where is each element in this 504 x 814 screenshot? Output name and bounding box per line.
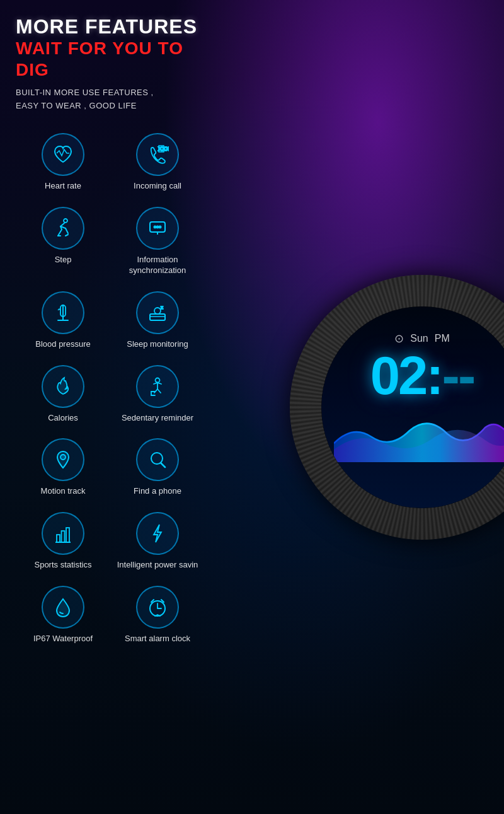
blood-pressure-label: Blood pressure <box>35 339 90 350</box>
svg-point-5 <box>159 226 161 228</box>
title-sub: WAIT FOR YOU TO DIG <box>16 38 205 80</box>
alarm-label: Smart alarm clock <box>125 634 190 644</box>
power-save-icon-circle <box>136 512 179 555</box>
svg-rect-7 <box>150 314 165 320</box>
info-sync-icon <box>146 217 169 240</box>
svg-rect-14 <box>57 535 60 542</box>
find-phone-label: Find a phone <box>134 486 181 497</box>
waterproof-icon-circle <box>42 586 84 629</box>
step-label: Step <box>55 255 72 265</box>
svg-rect-16 <box>66 528 69 542</box>
waterproof-label: IP67 Waterproof <box>33 634 93 644</box>
find-phone-icon-circle <box>136 438 179 481</box>
svg-point-3 <box>154 226 156 228</box>
watch-container: ⊙ Sun PM 02:-- <box>290 275 504 540</box>
svg-point-1 <box>64 219 67 223</box>
feature-power-save: Intelligent power savin <box>110 504 205 578</box>
feature-find-phone: Find a phone <box>110 431 205 504</box>
watch-outer-ring: ⊙ Sun PM 02:-- <box>290 275 504 540</box>
bluetooth-icon: ⊙ <box>394 332 404 346</box>
calories-icon <box>52 375 74 398</box>
sedentary-icon-circle <box>136 365 179 408</box>
title-main: MORE FEATURES <box>16 16 205 38</box>
watch-wave-visual <box>334 412 504 462</box>
blood-pressure-icon <box>52 301 74 324</box>
info-sync-label: Information synchronization <box>115 255 200 276</box>
title-section: MORE FEATURES WAIT FOR YOU TO DIG BUILT-… <box>16 16 205 113</box>
alarm-icon <box>146 596 169 619</box>
blood-pressure-icon-circle <box>42 291 84 334</box>
sleep-icon: z <box>146 301 169 324</box>
feature-blood-pressure: Blood pressure <box>16 284 110 358</box>
feature-step: Step <box>16 199 110 284</box>
svg-point-4 <box>157 226 159 228</box>
sleep-icon-circle: z <box>136 291 179 334</box>
feature-heart-rate: Heart rate <box>16 125 110 199</box>
feature-alarm: Smart alarm clock <box>110 578 205 652</box>
subtitle: BUILT-IN MORE USE FEATURES , EASY TO WEA… <box>16 86 205 113</box>
features-grid: Heart rate XXX Incoming call <box>16 125 205 652</box>
feature-waterproof: IP67 Waterproof <box>16 578 110 652</box>
sleep-label: Sleep monitoring <box>127 339 188 350</box>
sports-stats-icon-circle <box>42 512 84 555</box>
feature-info-sync: Information synchronization <box>110 199 205 284</box>
svg-point-8 <box>154 308 161 314</box>
features-panel: MORE FEATURES WAIT FOR YOU TO DIG BUILT-… <box>0 0 214 814</box>
step-icon-circle <box>42 207 84 250</box>
svg-line-13 <box>161 463 165 467</box>
waterproof-icon <box>52 596 74 619</box>
heart-rate-icon <box>52 143 74 166</box>
incoming-call-icon: XXX <box>146 143 169 166</box>
watch-time-display: 02:-- <box>370 349 474 402</box>
motion-track-label: Motion track <box>41 486 86 497</box>
main-content: MORE FEATURES WAIT FOR YOU TO DIG BUILT-… <box>0 0 504 814</box>
find-phone-icon <box>146 448 169 471</box>
watch-status-bar: ⊙ Sun PM <box>394 332 449 346</box>
heart-rate-icon-circle <box>42 133 84 176</box>
watch-period: PM <box>435 333 450 344</box>
sedentary-icon <box>146 375 169 398</box>
feature-sedentary: Sedentary reminder <box>110 358 205 431</box>
svg-rect-15 <box>62 531 65 542</box>
motion-track-icon-circle <box>42 438 84 481</box>
svg-point-11 <box>60 455 66 460</box>
sports-stats-label: Sports statistics <box>34 560 91 571</box>
alarm-icon-circle <box>136 586 179 629</box>
svg-marker-18 <box>154 525 161 542</box>
feature-sleep: z Sleep monitoring <box>110 284 205 358</box>
feature-calories: Calories <box>16 358 110 431</box>
calories-label: Calories <box>48 413 78 424</box>
motion-track-icon <box>52 448 74 471</box>
svg-text:z: z <box>161 305 163 310</box>
sports-stats-icon <box>52 522 74 545</box>
wave-svg <box>334 412 504 462</box>
feature-sports-stats: Sports statistics <box>16 504 110 578</box>
watch-day: Sun <box>410 333 428 344</box>
watch-panel: ⊙ Sun PM 02:-- <box>214 0 504 814</box>
feature-motion-track: Motion track <box>16 431 110 504</box>
heart-rate-label: Heart rate <box>45 181 81 192</box>
step-icon <box>52 217 74 240</box>
power-save-label: Intelligent power savin <box>117 560 198 571</box>
svg-point-10 <box>156 378 160 382</box>
calories-icon-circle <box>42 365 84 408</box>
incoming-call-label: Incoming call <box>134 181 181 192</box>
feature-incoming-call: XXX Incoming call <box>110 125 205 199</box>
incoming-call-icon-circle: XXX <box>136 133 179 176</box>
sedentary-label: Sedentary reminder <box>122 413 193 424</box>
info-sync-icon-circle <box>136 207 179 250</box>
power-save-icon <box>146 522 169 545</box>
